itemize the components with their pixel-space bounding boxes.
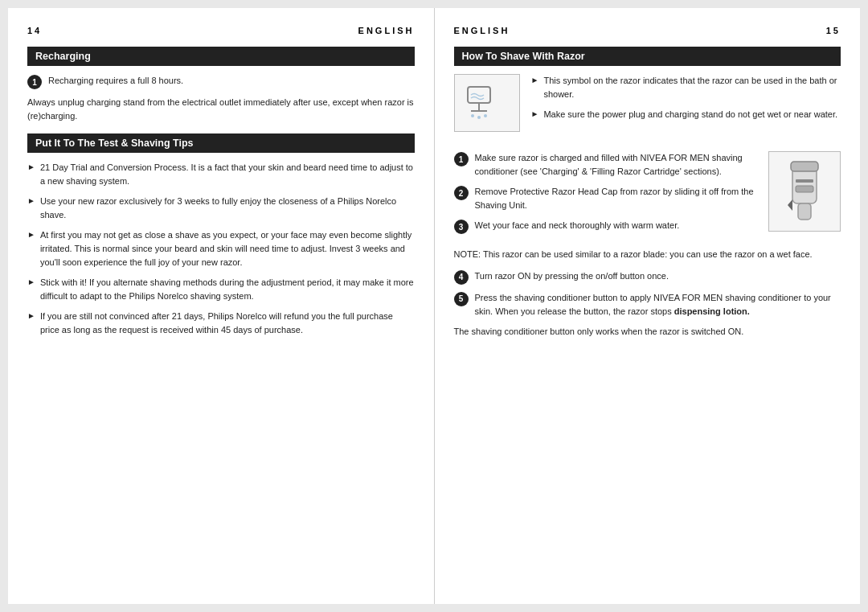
left-page-header: 14 ENGLISH <box>27 26 415 35</box>
right-step-num-2: 2 <box>454 186 469 200</box>
bullet-arrow-5: ► <box>27 311 35 320</box>
right-step-5-text: Press the shaving conditioner button to … <box>475 291 841 318</box>
bullet-2-text: Use your new razor exclusively for 3 wee… <box>40 195 415 222</box>
intro-arrow-2: ► <box>531 109 539 118</box>
recharging-step-1: 1 Recharging requires a full 8 hours. <box>27 74 415 89</box>
intro-bullet-2: ► Make sure the power plug and charging … <box>531 108 841 121</box>
shaving-conditioner-footer-note: The shaving conditioner button only work… <box>454 325 841 339</box>
wet-face-note: NOTE: This razor can be used similar to … <box>454 248 841 261</box>
svg-rect-8 <box>798 203 811 220</box>
right-page-number: 15 <box>826 26 841 35</box>
how-to-shave-header: How To Shave With Razor <box>454 47 841 66</box>
right-step-1: 1 Make sure razor is charged and filled … <box>454 151 758 179</box>
right-step-1-text: Make sure razor is charged and filled wi… <box>475 151 758 179</box>
steps-1-3-section: 1 Make sure razor is charged and filled … <box>454 151 841 241</box>
svg-rect-10 <box>796 179 813 183</box>
bullet-4-text: Stick with it! If you alternate shaving … <box>40 276 415 303</box>
svg-rect-7 <box>791 162 818 171</box>
right-step-num-3: 3 <box>454 220 469 234</box>
shower-icon <box>465 80 510 125</box>
right-step-3: 3 Wet your face and neck thoroughly with… <box>454 219 758 234</box>
intro-bullet-1-text: This symbol on the razor indicates that … <box>543 74 841 101</box>
right-step-4-text: Turn razor ON by pressing the on/off but… <box>475 269 669 283</box>
intro-arrow-1: ► <box>531 76 539 84</box>
recharging-section: Recharging 1 Recharging requires a full … <box>27 47 415 122</box>
shaving-tips-section: Put It To The Test & Shaving Tips ► 21 D… <box>27 133 415 338</box>
bullet-3-text: At first you may not get as close a shav… <box>40 228 415 269</box>
recharging-header: Recharging <box>27 47 415 66</box>
razor-image <box>768 151 841 232</box>
intro-bullet-2-text: Make sure the power plug and charging st… <box>543 108 837 121</box>
bullet-1-text: 21 Day Trial and Conversion Process. It … <box>40 161 415 188</box>
bullet-5: ► If you are still not convinced after 2… <box>27 310 415 337</box>
right-step-num-4: 4 <box>454 270 469 285</box>
razor-icon <box>776 155 833 228</box>
right-english-label: ENGLISH <box>454 26 510 35</box>
bullet-arrow-3: ► <box>27 230 35 239</box>
right-step-2-text: Remove Protective Razor Head Cap from ra… <box>475 185 758 212</box>
left-page: 14 ENGLISH Recharging 1 Recharging requi… <box>8 8 435 604</box>
right-step-3-text: Wet your face and neck thoroughly with w… <box>475 219 680 232</box>
steps-1-3-text: 1 Make sure razor is charged and filled … <box>454 151 758 241</box>
bullet-3: ► At first you may not get as close a sh… <box>27 228 415 269</box>
right-step-2: 2 Remove Protective Razor Head Cap from … <box>454 185 758 212</box>
svg-marker-11 <box>788 199 792 211</box>
right-step-4: 4 Turn razor ON by pressing the on/off b… <box>454 269 841 285</box>
shaving-tips-header: Put It To The Test & Shaving Tips <box>27 133 415 153</box>
bullet-arrow-1: ► <box>27 162 35 171</box>
right-page-header: ENGLISH 15 <box>454 26 841 35</box>
left-page-number: 14 <box>27 26 42 35</box>
bullet-1: ► 21 Day Trial and Conversion Process. I… <box>27 161 415 188</box>
svg-rect-9 <box>796 186 813 192</box>
left-english-label: ENGLISH <box>358 26 415 35</box>
right-step-num-1: 1 <box>454 152 469 166</box>
bullet-4: ► Stick with it! If you alternate shavin… <box>27 276 415 303</box>
intro-section: ► This symbol on the razor indicates tha… <box>454 74 841 142</box>
right-page: ENGLISH 15 How To Shave With Razor <box>435 8 861 604</box>
steps-4-5-section: 4 Turn razor ON by pressing the on/off b… <box>454 269 841 318</box>
bullet-arrow-4: ► <box>27 277 35 286</box>
page-spread: 14 ENGLISH Recharging 1 Recharging requi… <box>8 8 860 604</box>
svg-point-4 <box>477 116 481 119</box>
recharging-note: Always unplug charging stand from the el… <box>27 96 415 122</box>
bullet-2: ► Use your new razor exclusively for 3 w… <box>27 195 415 222</box>
intro-bullets: ► This symbol on the razor indicates tha… <box>531 74 841 142</box>
intro-bullet-1: ► This symbol on the razor indicates tha… <box>531 74 841 101</box>
right-step-num-5: 5 <box>454 292 469 306</box>
step-num-1: 1 <box>27 75 42 89</box>
right-step-5: 5 Press the shaving conditioner button t… <box>454 291 841 318</box>
svg-point-5 <box>484 114 487 117</box>
svg-point-3 <box>471 114 474 117</box>
bullet-5-text: If you are still not convinced after 21 … <box>40 310 415 337</box>
recharging-step-1-text: Recharging requires a full 8 hours. <box>48 74 183 88</box>
bullet-arrow-2: ► <box>27 196 35 205</box>
shower-image <box>454 74 520 132</box>
